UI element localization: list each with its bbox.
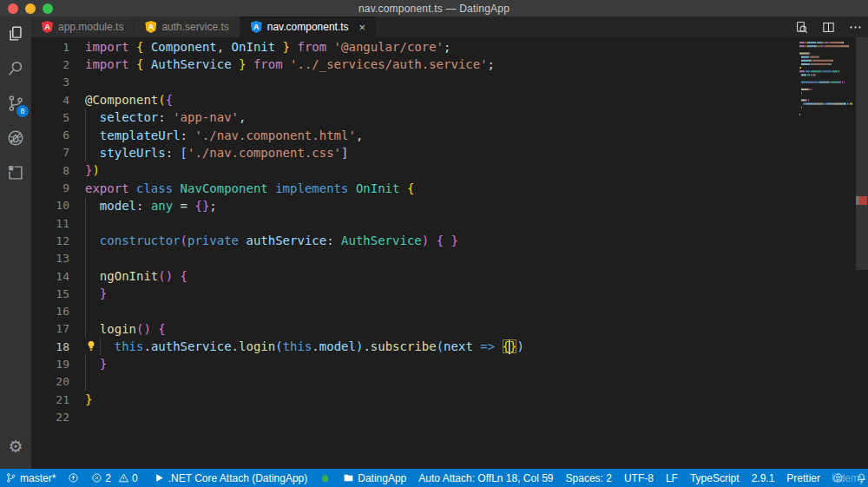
line-number: 8 <box>31 164 78 177</box>
code-line-1[interactable]: 1import { Component, OnInit } from '@ang… <box>31 38 799 56</box>
line-number: 3 <box>31 76 78 89</box>
status-problems[interactable]: 20 <box>91 472 141 484</box>
line-number: 2 <box>31 58 78 71</box>
status-auto-attach[interactable]: Auto Attach: Off <box>418 472 491 484</box>
tab-nav.component.ts[interactable]: Anav.component.ts× <box>240 16 377 37</box>
editor-scrollbar[interactable] <box>856 37 868 469</box>
code-line-2[interactable]: 2import { AuthService } from '../_servic… <box>31 56 799 73</box>
code-text <box>78 373 799 391</box>
more-icon[interactable] <box>848 20 863 35</box>
status-sync-status[interactable] <box>68 472 79 484</box>
indent-guide <box>85 250 86 267</box>
status-flame-status[interactable] <box>319 472 331 484</box>
code-pane: 1import { Component, OnInit } from '@ang… <box>31 38 799 426</box>
status-encoding[interactable]: UTF-8 <box>624 472 654 484</box>
status-eol[interactable]: LF <box>666 472 678 484</box>
code-line-16[interactable]: 16 <box>31 302 799 319</box>
open-changes-icon[interactable] <box>794 20 809 35</box>
status-cursor-position[interactable]: Ln 18, Col 59 <box>491 472 553 484</box>
extensions-icon <box>6 163 25 182</box>
status-debug-launch[interactable]: .NET Core Attach (DatingApp) <box>154 472 308 484</box>
close-tab-icon[interactable]: × <box>359 21 366 34</box>
status-bar-right: Ln 18, Col 59Spaces: 2UTF-8LFTypeScript2… <box>491 472 867 484</box>
code-line-22[interactable]: 22 <box>31 408 799 425</box>
line-number: 14 <box>31 270 78 283</box>
code-line-19[interactable]: 19 } <box>31 355 799 372</box>
code-text <box>78 250 799 267</box>
indent-guide <box>85 197 86 214</box>
status-language-mode[interactable]: TypeScript <box>690 472 740 484</box>
status-bar-left: master*20.NET Core Attach (DatingApp)Dat… <box>5 472 491 484</box>
status-label: .NET Core Attach (DatingApp) <box>168 472 308 484</box>
status-workspace-folder[interactable]: DatingApp <box>343 472 406 484</box>
code-text: } <box>78 355 799 372</box>
split-editor-icon[interactable] <box>821 20 836 35</box>
activity-bar-item-search[interactable] <box>0 51 31 86</box>
code-line-10[interactable]: 10 model: any = {}; <box>31 197 799 214</box>
code-line-14[interactable]: 14 ngOnInit() { <box>31 267 799 285</box>
angular-icon: A <box>251 21 262 33</box>
line-number: 15 <box>31 287 78 300</box>
minimap[interactable] <box>799 39 856 152</box>
warning-icon <box>118 472 129 484</box>
code-line-8[interactable]: 8}) <box>31 161 799 179</box>
status-label: TypeScript <box>690 472 740 484</box>
line-number: 10 <box>31 199 78 212</box>
code-line-21[interactable]: 21} <box>31 391 799 408</box>
status-feedback[interactable] <box>832 472 844 484</box>
status-label: 2.9.1 <box>752 472 775 484</box>
code-text: } <box>78 391 799 408</box>
code-text: import { AuthService } from '../_service… <box>78 56 799 73</box>
code-line-5[interactable]: 5 selector: 'app-nav', <box>31 109 799 126</box>
gear-icon: ⚙ <box>8 437 23 456</box>
status-label: Prettier <box>786 472 820 484</box>
indent-guide <box>85 285 86 302</box>
activity-bar-item-explorer[interactable] <box>0 16 31 51</box>
indent-guide <box>85 232 86 249</box>
activity-bar-item-debug[interactable] <box>0 121 31 155</box>
code-line-6[interactable]: 6 templateUrl: './nav.component.html', <box>31 126 799 143</box>
code-line-13[interactable]: 13 <box>31 250 799 267</box>
files-icon <box>6 24 25 43</box>
activity-bar-item-source-control[interactable]: 8 <box>0 86 31 121</box>
line-number: 4 <box>31 94 78 107</box>
line-number: 6 <box>31 128 78 141</box>
status-typescript-version[interactable]: 2.9.1 <box>752 472 775 484</box>
code-text: constructor(private authService: AuthSer… <box>78 232 799 249</box>
scrollbar-slider[interactable] <box>856 37 868 270</box>
code-text <box>78 214 799 232</box>
status-git-branch-status[interactable]: master* <box>5 472 56 484</box>
code-line-7[interactable]: 7 styleUrls: ['./nav.component.css'] <box>31 144 799 161</box>
play-icon <box>154 472 165 484</box>
tab-app.module.ts[interactable]: Aapp.module.ts <box>31 16 135 37</box>
code-line-11[interactable]: 11 <box>31 214 799 232</box>
vscode-window: nav.component.ts — DatingApp 8⚙ Aapp.mod… <box>0 0 868 487</box>
line-number: 9 <box>31 181 78 194</box>
code-line-9[interactable]: 9export class NavComponent implements On… <box>31 179 799 196</box>
status-notifications[interactable] <box>856 472 867 484</box>
line-number: 7 <box>31 146 78 159</box>
status-part: 2 <box>91 472 111 484</box>
activity-bar-item-extensions[interactable] <box>0 155 31 190</box>
folder-icon <box>343 472 354 484</box>
activity-bar-item-settings[interactable]: ⚙ <box>0 429 31 464</box>
code-line-15[interactable]: 15 } <box>31 285 799 302</box>
tab-auth.service.ts[interactable]: Aauth.service.ts <box>135 16 240 37</box>
editor: 1import { Component, OnInit } from '@ang… <box>31 37 868 469</box>
tab-label: app.module.ts <box>58 21 123 33</box>
code-line-12[interactable]: 12 constructor(private authService: Auth… <box>31 232 799 249</box>
code-line-4[interactable]: 4@Component({ <box>31 91 799 109</box>
indent-guide <box>85 126 86 143</box>
code-text: selector: 'app-nav', <box>78 109 799 126</box>
line-number: 16 <box>31 305 78 318</box>
line-number: 13 <box>31 252 78 265</box>
indent-guide <box>100 338 101 355</box>
status-formatter[interactable]: Prettier <box>786 472 820 484</box>
code-line-20[interactable]: 20 <box>31 373 799 391</box>
code-text: @Component({ <box>78 91 799 109</box>
status-indentation[interactable]: Spaces: 2 <box>566 472 612 484</box>
code-line-18[interactable]: 18 this.authService.login(this.model).su… <box>31 338 799 355</box>
code-line-17[interactable]: 17 login() { <box>31 320 799 338</box>
code-line-3[interactable]: 3 <box>31 74 799 91</box>
window-title: nav.component.ts — DatingApp <box>0 3 868 15</box>
